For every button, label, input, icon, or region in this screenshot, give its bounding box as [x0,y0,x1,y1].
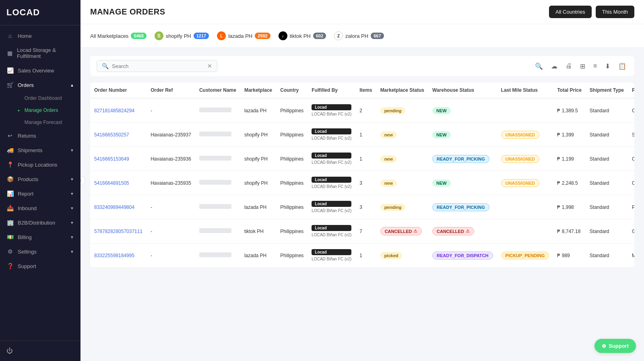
last-mile-status-badge: UNASSIGNED [501,179,539,187]
storage-icon: ▦ [6,50,13,56]
list-icon[interactable]: 📋 [617,61,628,72]
support-icon: ❓ [6,263,14,269]
sidebar-item-inbound[interactable]: 📥 Inbound ▼ [0,201,80,215]
search-icon: 🔍 [102,63,109,69]
order-number-link[interactable]: 578782828057037111 [94,229,142,234]
this-month-button[interactable]: This Month [596,6,634,18]
power-button[interactable]: ⏻ [6,347,13,354]
upload-icon[interactable]: ☁ [549,61,559,72]
order-number-link[interactable]: 5416664891505 [94,180,129,186]
sidebar-item-products[interactable]: 📦 Products ▼ [0,172,80,186]
order-number-link[interactable]: 5416665153649 [94,156,129,162]
filter-icon[interactable]: ≡ [592,61,599,71]
main-header: MANAGE ORDERS All Countries This Month [80,0,644,24]
mp-count-shopify: 1217 [194,33,209,39]
sidebar-item-settings[interactable]: ⚙ Settings ▼ [0,244,80,259]
header-actions: All Countries This Month [549,6,634,18]
country: Philippines [276,171,308,195]
sidebar-footer: ⏻ [0,340,80,361]
table-row: 827181485824294 - lazada PH Philippines … [90,98,634,123]
pickup-icon: 📍 [6,161,14,168]
payment-method: Secure Payments via PayMongo [628,123,634,147]
last-mile-status [497,219,553,243]
col-warehouse-status: Warehouse Status [428,83,497,98]
order-number-link[interactable]: 5416665350257 [94,132,129,138]
customer-name-blurred [199,228,231,233]
country: Philippines [276,219,308,243]
sidebar-nav: ⌂ Home ▦ Locad Storage & Fulfillment 📈 S… [0,25,80,340]
items: 3 [355,195,376,219]
marketplace-tab-zalora[interactable]: Z zalora PH 667 [334,30,384,42]
chevron-up-icon: ▲ [70,83,74,87]
sidebar-item-report[interactable]: 📊 Report ▼ [0,186,80,201]
chevron-down-icon: ▼ [70,221,74,225]
sidebar-item-shipments[interactable]: 🚚 Shipments ▼ [0,143,80,157]
last-mile-status-badge: UNASSIGNED [501,155,539,163]
marketplace-status-badge: pending [380,107,406,114]
orders-table: Order Number Order Ref Customer Name Mar… [90,83,634,268]
country: Philippines [276,98,308,123]
col-payment-method: Payment Method [628,83,634,98]
search-input[interactable] [112,63,204,69]
order-ref: Havaianas-235935 [147,171,195,195]
content-area: 🔍 ✕ 🔍 ☁ 🖨 ⊞ ≡ ⬇ 📋 Order Number Orde [80,48,644,361]
order-number-link[interactable]: 833240989449804 [94,204,134,210]
table-header-row: Order Number Order Ref Customer Name Mar… [90,83,634,98]
billing-icon: 💵 [6,234,14,240]
order-number-link[interactable]: 827181485824294 [94,108,134,113]
order-number-link[interactable]: 833225598184995 [94,253,134,258]
grid-icon[interactable]: ⊞ [578,61,587,72]
clear-search-button[interactable]: ✕ [207,63,212,69]
shipment-type: Standard [586,195,628,219]
mp-label-zalora: zalora PH [345,33,368,39]
marketplace: shopify PH [240,123,276,147]
products-icon: 📦 [6,176,14,182]
download-icon[interactable]: ⬇ [603,61,612,72]
shipment-type: Standard [586,147,628,171]
sidebar-item-order-dashboard[interactable]: Order Dashboard [0,92,80,104]
settings-icon: ⚙ [6,248,14,255]
support-icon: ⊕ [602,343,606,349]
total-price: ₱ 1,998 [553,195,585,219]
customer-name-blurred [199,180,231,185]
items: 1 [355,123,376,147]
total-price: ₱ 1,199 [553,147,585,171]
col-country: Country [276,83,308,98]
all-countries-button[interactable]: All Countries [549,6,592,18]
sidebar-item-label: Orders [18,82,34,88]
shipments-icon: 🚚 [6,147,14,153]
total-price: ₱ 2,248.5 [553,171,585,195]
chevron-down-icon: ▼ [70,250,74,254]
sidebar-item-orders[interactable]: 🛒 Orders ▲ [0,78,80,92]
table-row: 5416665350257 Havaianas-235937 shopify P… [90,123,634,147]
order-ref: - [147,219,195,243]
sidebar-item-support[interactable]: ❓ Support [0,259,80,273]
sidebar-item-storage[interactable]: ▦ Locad Storage & Fulfillment [0,43,80,63]
sidebar-item-manage-forecast[interactable]: Manage Forecast [0,116,80,128]
manage-forecast-label: Manage Forecast [25,120,62,125]
search-toolbar-icon[interactable]: 🔍 [533,61,545,72]
sidebar-item-label: Returns [18,133,36,139]
sidebar-item-home[interactable]: ⌂ Home [0,29,80,43]
sidebar-item-sales[interactable]: 📈 Sales Overview [0,63,80,78]
marketplace-tab-all[interactable]: All Marketplaces 5468 [90,31,147,41]
marketplace-tab-tiktok[interactable]: ♪ tiktok PH 602 [279,30,326,42]
fulfilled-by: LocadLOCAD Biñan FC (v2) [308,171,355,195]
items: 2 [355,98,376,123]
customer-name-blurred [199,132,231,136]
print-icon[interactable]: 🖨 [564,61,574,71]
col-items: Items [355,83,376,98]
sidebar-item-pickup[interactable]: 📍 Pickup Locations [0,157,80,172]
sidebar-item-returns[interactable]: ↩ Returns [0,128,80,143]
support-button[interactable]: ⊕ Support [594,339,636,353]
fulfilled-by: LocadLOCAD Biñan FC (v2) [308,147,355,171]
marketplace-tab-shopify[interactable]: S shopify PH 1217 [155,30,209,42]
page-title: MANAGE ORDERS [90,7,165,17]
sidebar-item-billing[interactable]: 💵 Billing ▼ [0,230,80,244]
col-marketplace: Marketplace [240,83,276,98]
sidebar-item-manage-orders[interactable]: Manage Orders [0,104,80,116]
chevron-down-icon: ▼ [70,206,74,210]
marketplace-tab-lazada[interactable]: L lazada PH 2982 [217,30,270,42]
sidebar-item-b2b[interactable]: 🏢 B2B/Distribution ▼ [0,215,80,230]
customer-name-blurred [199,107,231,112]
